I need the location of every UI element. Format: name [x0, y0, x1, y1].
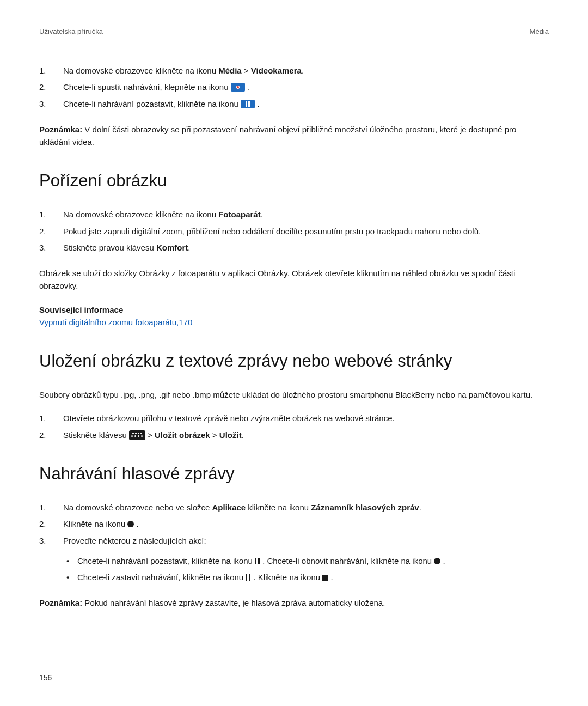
text-bold: Záznamník hlasových zpráv: [311, 503, 419, 512]
record-circle-icon: [434, 558, 440, 564]
text: Klikněte na ikonu: [63, 519, 127, 528]
text: Chcete-li nahrávání pozastavit, klikněte…: [77, 556, 255, 565]
paragraph: Soubory obrázků typu .jpg, .png, .gif ne…: [39, 388, 549, 401]
blackberry-key-icon: [129, 430, 145, 440]
note-label: Poznámka:: [39, 125, 82, 134]
list-item: Chcete-li spustit nahrávání, klepněte na…: [39, 81, 549, 93]
text: . Chcete-li obnovit nahrávání, klikněte …: [260, 556, 434, 565]
list-item: Pokud jste zapnuli digitální zoom, přibl…: [39, 225, 549, 238]
link-page: 170: [179, 318, 192, 327]
text: . Klikněte na ikonu: [251, 573, 322, 582]
list-item: Stiskněte pravou klávesu Komfort.: [39, 241, 549, 254]
list-item: Na domovské obrazovce nebo ve složce Apl…: [39, 501, 549, 514]
list-item: Stiskněte klávesu > Uložit obrázek > Ulo…: [39, 429, 549, 441]
text: .: [440, 556, 445, 565]
record-circle-icon: [127, 521, 134, 527]
text: .: [302, 66, 304, 75]
page-header: Uživatelská příručka Média: [39, 26, 549, 37]
text-bold: Uložit obrázek: [155, 430, 210, 440]
text: Proveďte některou z následujících akcí:: [63, 536, 206, 545]
pause-icon: [246, 574, 251, 581]
text-bold: Média: [218, 66, 242, 75]
note-text: Pokud nahrávání hlasové zprávy zastavíte…: [82, 598, 385, 607]
text: Chcete-li zastavit nahrávání, klikněte n…: [77, 573, 246, 582]
list-item: Na domovské obrazovce klikněte na ikonu …: [39, 208, 549, 221]
text: .: [328, 573, 333, 582]
ordered-list-save-image: Otevřete obrázkovou přílohu v textové zp…: [39, 412, 549, 441]
text: Otevřete obrázkovou přílohu v textové zp…: [63, 413, 395, 423]
list-item: Proveďte některou z následujících akcí: …: [39, 534, 549, 584]
note: Poznámka: V dolní části obrazovky se při…: [39, 123, 549, 149]
list-item: Otevřete obrázkovou přílohu v textové zp…: [39, 412, 549, 424]
text: .: [242, 430, 244, 440]
text-bold: Videokamera: [251, 66, 302, 75]
text: Stiskněte pravou klávesu: [63, 243, 156, 252]
heading-porizeni-obrazku: Pořízení obrázku: [39, 168, 549, 194]
ordered-list-voice: Na domovské obrazovce nebo ve složce Apl…: [39, 501, 549, 583]
text: klikněte na ikonu: [246, 503, 311, 512]
list-item: Na domovské obrazovce klikněte na ikonu …: [39, 64, 549, 77]
text: .: [188, 243, 190, 252]
header-right: Média: [530, 26, 549, 37]
related-link[interactable]: Vypnutí digitálního zoomu fotoaparátu,17…: [39, 316, 549, 328]
pause-icon: [241, 100, 255, 108]
sub-list: Chcete-li nahrávání pozastavit, klikněte…: [63, 555, 549, 584]
text-bold: Uložit: [219, 430, 242, 440]
stop-icon: [322, 575, 328, 581]
text: Pokud jste zapnuli digitální zoom, přibl…: [63, 227, 481, 236]
text: .: [255, 99, 259, 108]
note-text: V dolní části obrazovky se při pozastave…: [39, 125, 516, 147]
text: Chcete-li spustit nahrávání, klepněte na…: [63, 82, 231, 92]
text: >: [145, 430, 155, 440]
text-bold: Komfort: [156, 243, 188, 252]
related-info-header: Související informace: [39, 303, 549, 316]
ordered-list-camera: Na domovské obrazovce klikněte na ikonu …: [39, 208, 549, 254]
text: Na domovské obrazovce klikněte na ikonu: [63, 210, 218, 219]
page-number: 156: [39, 672, 52, 684]
text: >: [210, 430, 219, 440]
header-left: Uživatelská příručka: [39, 26, 103, 37]
list-item: Klikněte na ikonu .: [39, 518, 549, 530]
link-text: Vypnutí digitálního zoomu fotoaparátu,: [39, 318, 179, 327]
text-bold: Fotoaparát: [218, 210, 261, 219]
text: Stiskněte klávesu: [63, 430, 129, 440]
pause-icon: [255, 558, 260, 564]
heading-nahravani-hlas: Nahrávání hlasové zprávy: [39, 461, 549, 487]
text: .: [134, 519, 138, 528]
list-item: Chcete-li nahrávání pozastavit, klikněte…: [39, 98, 549, 110]
note: Poznámka: Pokud nahrávání hlasové zprávy…: [39, 597, 549, 609]
heading-ulozeni-obrazku: Uložení obrázku z textové zprávy nebo we…: [39, 348, 549, 374]
text: Chcete-li nahrávání pozastavit, klikněte…: [63, 99, 241, 108]
text: Na domovské obrazovce klikněte na ikonu: [63, 66, 218, 75]
ordered-list-video: Na domovské obrazovce klikněte na ikonu …: [39, 64, 549, 110]
list-item: Chcete-li nahrávání pozastavit, klikněte…: [63, 555, 549, 567]
text: Na domovské obrazovce nebo ve složce: [63, 503, 212, 512]
text: >: [242, 66, 251, 75]
paragraph: Obrázek se uloží do složky Obrázky z fot…: [39, 267, 549, 293]
record-icon: [231, 83, 245, 92]
list-item: Chcete-li zastavit nahrávání, klikněte n…: [63, 571, 549, 583]
text: .: [419, 503, 421, 512]
note-label: Poznámka:: [39, 598, 82, 607]
text: .: [261, 210, 263, 219]
text-bold: Aplikace: [212, 503, 246, 512]
text: .: [245, 82, 249, 92]
